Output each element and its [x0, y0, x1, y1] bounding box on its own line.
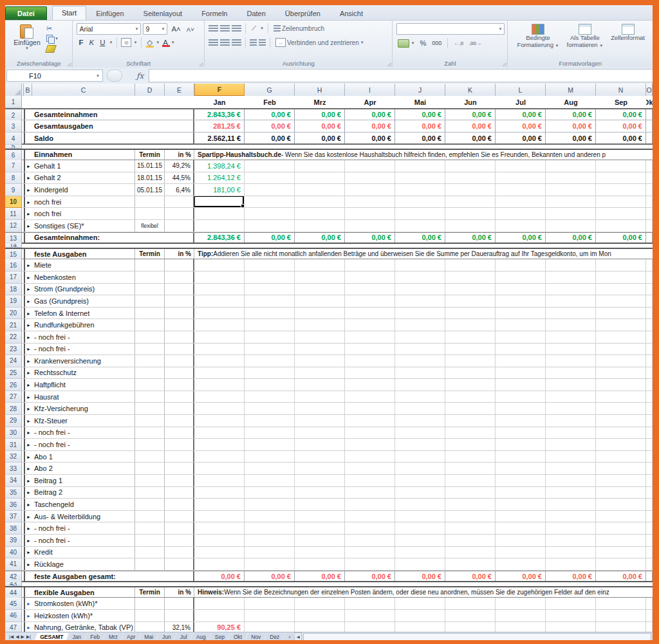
- month-cell[interactable]: [194, 475, 245, 486]
- month-cell[interactable]: [295, 220, 345, 232]
- month-cell[interactable]: [445, 487, 496, 499]
- row-label-cell[interactable]: Einnahmen: [32, 150, 135, 160]
- month-cell[interactable]: [345, 475, 395, 486]
- termin-cell[interactable]: [135, 208, 165, 219]
- month-cell[interactable]: [646, 367, 653, 379]
- name-box[interactable]: F10▼: [6, 69, 103, 82]
- month-cell[interactable]: [646, 379, 653, 391]
- ribbon-tab-formeln[interactable]: Formeln: [192, 6, 237, 20]
- month-cell[interactable]: [245, 463, 295, 474]
- month-cell[interactable]: [245, 367, 295, 379]
- conditional-formatting-button[interactable]: Bedingte Formatierung ▼: [513, 23, 562, 57]
- month-cell[interactable]: [445, 558, 496, 570]
- month-cell[interactable]: 0,00 €: [546, 109, 596, 120]
- month-cell[interactable]: [245, 439, 295, 450]
- month-cell[interactable]: [245, 522, 295, 534]
- month-cell[interactable]: [295, 344, 345, 355]
- column-header-o[interactable]: O: [646, 84, 653, 96]
- cell-d1[interactable]: [135, 96, 165, 108]
- termin-cell[interactable]: [135, 499, 165, 510]
- row-header-41[interactable]: 41: [5, 558, 22, 571]
- month-cell[interactable]: [646, 427, 653, 439]
- row-header-46[interactable]: 46: [5, 610, 22, 622]
- month-cell[interactable]: [546, 463, 596, 474]
- month-cell[interactable]: [295, 598, 345, 609]
- month-cell[interactable]: [646, 295, 653, 307]
- month-cell[interactable]: [646, 271, 653, 283]
- row-label-cell[interactable]: noch frei: [32, 196, 135, 208]
- row-label-cell[interactable]: Miete: [32, 259, 135, 271]
- month-cell[interactable]: [395, 308, 445, 319]
- month-cell[interactable]: [445, 344, 496, 355]
- month-cell[interactable]: [596, 184, 646, 196]
- month-cell[interactable]: 0,00 €: [295, 571, 345, 582]
- month-cell[interactable]: [245, 391, 295, 403]
- row-marker-icon[interactable]: ►: [24, 208, 32, 219]
- month-cell[interactable]: [345, 259, 395, 271]
- column-header-b[interactable]: B: [24, 84, 32, 96]
- month-cell[interactable]: [345, 487, 395, 499]
- row-marker-icon[interactable]: ►: [24, 160, 32, 172]
- cell-b42[interactable]: [24, 571, 32, 582]
- row-label-cell[interactable]: Strom (Grundpreis): [32, 284, 135, 295]
- month-cell[interactable]: 2.843,36 €: [194, 233, 245, 243]
- termin-cell[interactable]: [135, 427, 165, 439]
- row-marker-icon[interactable]: ►: [24, 259, 32, 271]
- percent-cell[interactable]: [165, 511, 194, 522]
- increase-decimal-button[interactable]: ←,0: [452, 41, 465, 46]
- row-label-cell[interactable]: Aus- & Weiterbildung: [32, 511, 135, 522]
- align-left-icon[interactable]: [209, 39, 218, 46]
- month-cell[interactable]: [596, 403, 646, 414]
- month-cell[interactable]: 0,00 €: [496, 109, 546, 120]
- align-bottom-icon[interactable]: [232, 25, 241, 32]
- month-cell[interactable]: [546, 622, 596, 632]
- row-marker-icon[interactable]: ►: [24, 415, 32, 427]
- row-marker-icon[interactable]: ►: [24, 475, 32, 486]
- month-cell[interactable]: [546, 499, 596, 510]
- month-cell[interactable]: 0,00 €: [245, 233, 295, 243]
- month-cell[interactable]: [445, 499, 496, 510]
- month-cell[interactable]: [245, 415, 295, 427]
- month-cell[interactable]: [546, 284, 596, 295]
- month-cell[interactable]: [295, 558, 345, 570]
- month-cell[interactable]: [395, 259, 445, 271]
- month-cell[interactable]: [295, 160, 345, 172]
- row-label-cell[interactable]: Beitrag 1: [32, 475, 135, 486]
- percent-style-button[interactable]: %: [418, 39, 428, 47]
- month-cell[interactable]: [445, 379, 496, 391]
- month-cell[interactable]: [194, 463, 245, 474]
- merge-center-button[interactable]: ↔ Verbinden und zentrieren ▼: [274, 37, 366, 48]
- row-label-cell[interactable]: Gesamteinnahmen: [32, 109, 194, 120]
- month-cell[interactable]: [445, 547, 496, 558]
- cell-b4[interactable]: [24, 133, 32, 143]
- month-cell[interactable]: [596, 499, 646, 510]
- month-cell[interactable]: [345, 558, 395, 570]
- month-cell[interactable]: [445, 522, 496, 534]
- month-cell[interactable]: [245, 511, 295, 522]
- row-header-30[interactable]: 30: [5, 427, 22, 439]
- column-header-l[interactable]: L: [496, 84, 546, 96]
- row-label-cell[interactable]: Telefon & Internet: [32, 308, 135, 319]
- month-cell[interactable]: [395, 598, 445, 609]
- month-header-mai[interactable]: Mai: [395, 96, 445, 108]
- month-cell[interactable]: [445, 308, 496, 319]
- month-cell[interactable]: [295, 487, 345, 499]
- sheet-tab-apr[interactable]: Apr: [122, 633, 140, 641]
- month-cell[interactable]: [345, 439, 395, 450]
- month-cell[interactable]: [245, 308, 295, 319]
- month-cell[interactable]: [546, 184, 596, 196]
- month-cell[interactable]: [245, 295, 295, 307]
- row-label-cell[interactable]: Kredit: [32, 547, 135, 558]
- month-cell[interactable]: [596, 487, 646, 499]
- month-cell[interactable]: [345, 271, 395, 283]
- month-cell[interactable]: [395, 284, 445, 295]
- month-cell[interactable]: [345, 547, 395, 558]
- month-cell[interactable]: [646, 391, 653, 403]
- month-cell[interactable]: [646, 451, 653, 463]
- row-label-cell[interactable]: Taschengeld: [32, 499, 135, 510]
- month-cell[interactable]: 0,00 €: [445, 133, 496, 143]
- month-cell[interactable]: [596, 610, 646, 621]
- month-cell[interactable]: [245, 271, 295, 283]
- month-cell[interactable]: [596, 427, 646, 439]
- row-label-cell[interactable]: Rundfunkgebühren: [32, 319, 135, 331]
